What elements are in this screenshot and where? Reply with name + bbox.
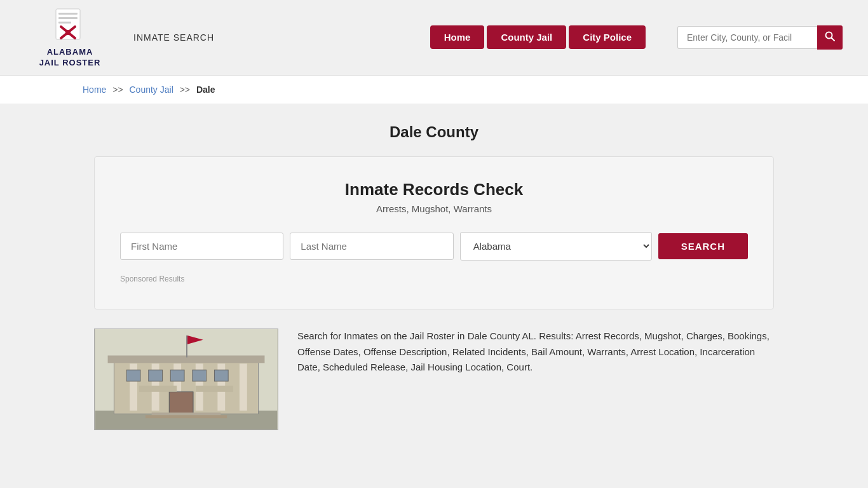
logo-text: ALABAMA JAIL ROSTER	[39, 47, 101, 69]
svg-rect-28	[196, 386, 233, 392]
breadcrumb-sep1: >>	[112, 85, 123, 95]
first-name-input[interactable]	[120, 233, 283, 260]
state-select[interactable]: AlabamaAlaskaArizonaArkansasCaliforniaCo…	[460, 232, 652, 261]
last-name-input[interactable]	[290, 233, 453, 260]
header: ALABAMA JAIL ROSTER INMATE SEARCH Home C…	[0, 0, 868, 76]
nav-county-jail[interactable]: County Jail	[487, 25, 566, 49]
page-title: Dale County	[94, 123, 774, 141]
nav-city-police[interactable]: City Police	[569, 25, 646, 49]
svg-rect-21	[149, 370, 163, 381]
svg-rect-30	[146, 415, 227, 418]
main-content: Dale County Inmate Records Check Arrests…	[69, 104, 799, 443]
logo: ALABAMA JAIL ROSTER	[25, 6, 114, 69]
svg-rect-23	[193, 370, 207, 381]
svg-point-6	[65, 30, 71, 35]
search-icon	[825, 31, 835, 41]
breadcrumb-current: Dale	[196, 85, 215, 95]
description-text: Search for Inmates on the Jail Roster in…	[297, 329, 774, 376]
header-search-input[interactable]	[677, 26, 817, 49]
records-search-button[interactable]: SEARCH	[658, 233, 748, 259]
records-subtitle: Arrests, Mugshot, Warrants	[120, 203, 748, 214]
sponsored-label: Sponsored Results	[120, 274, 748, 283]
records-title: Inmate Records Check	[120, 180, 748, 200]
header-search	[677, 25, 843, 50]
svg-rect-31	[186, 336, 187, 358]
breadcrumb-county-jail[interactable]: County Jail	[130, 85, 173, 95]
svg-rect-3	[58, 22, 71, 24]
records-box: Inmate Records Check Arrests, Mugshot, W…	[94, 156, 774, 309]
breadcrumb-home[interactable]: Home	[83, 85, 106, 95]
logo-icon	[51, 6, 89, 44]
nav-home[interactable]: Home	[430, 25, 485, 49]
breadcrumb: Home >> County Jail >> Dale	[0, 76, 868, 104]
svg-line-8	[832, 37, 835, 41]
svg-rect-19	[240, 363, 247, 410]
nav-buttons: Home County Jail City Police	[430, 25, 646, 49]
header-search-button[interactable]	[817, 25, 843, 50]
svg-rect-27	[139, 386, 177, 392]
svg-rect-24	[214, 370, 228, 381]
breadcrumb-sep2: >>	[180, 85, 190, 95]
svg-rect-20	[126, 370, 140, 381]
jail-building-illustration	[95, 329, 278, 430]
svg-rect-1	[58, 13, 78, 15]
svg-rect-22	[170, 370, 184, 381]
svg-rect-2	[58, 17, 78, 19]
svg-rect-26	[169, 392, 193, 414]
inmate-search-form: AlabamaAlaskaArizonaArkansasCaliforniaCo…	[120, 232, 748, 261]
jail-image	[94, 329, 278, 430]
inmate-search-link[interactable]: INMATE SEARCH	[133, 32, 214, 43]
bottom-section: Search for Inmates on the Jail Roster in…	[94, 329, 774, 430]
